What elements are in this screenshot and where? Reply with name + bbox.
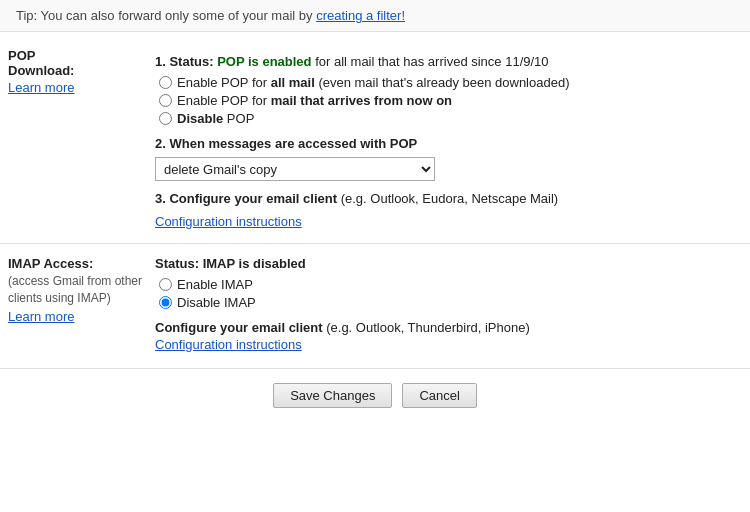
pop-learn-more-link[interactable]: Learn more: [8, 80, 74, 95]
creating-filter-link[interactable]: creating a filter!: [316, 8, 405, 23]
pop-dropdown-row: keep Gmail's copy in the Inbox archive G…: [155, 157, 734, 181]
pop-step2-label: 2. When messages are accessed with POP: [155, 136, 734, 151]
pop-action-select[interactable]: keep Gmail's copy in the Inbox archive G…: [155, 157, 435, 181]
imap-learn-more-link[interactable]: Learn more: [8, 309, 74, 324]
pop-radio-row-3: Disable POP: [159, 111, 734, 126]
tip-bar: Tip: You can also forward only some of y…: [0, 0, 750, 32]
pop-step1-strong: 1. Status: POP is enabled: [155, 54, 312, 69]
pop-radio-row-2: Enable POP for mail that arrives from no…: [159, 93, 734, 108]
pop-radio-row-1: Enable POP for all mail (even mail that'…: [159, 75, 734, 90]
imap-disable-label: Disable IMAP: [177, 295, 256, 310]
pop-step3-label: 3. Configure your email client (e.g. Out…: [155, 191, 734, 206]
imap-status-label: Status: IMAP is disabled: [155, 256, 734, 271]
cancel-button[interactable]: Cancel: [402, 383, 476, 408]
pop-radio-disable[interactable]: [159, 112, 172, 125]
pop-radio-all-mail[interactable]: [159, 76, 172, 89]
pop-step1: 1. Status: POP is enabled for all mail t…: [155, 54, 734, 126]
pop-title: POP Download:: [8, 48, 145, 78]
footer-bar: Save Changes Cancel: [0, 368, 750, 418]
imap-title: IMAP Access:: [8, 256, 145, 271]
imap-enable-row: Enable IMAP: [159, 277, 734, 292]
pop-radio-group: Enable POP for all mail (even mail that'…: [159, 75, 734, 126]
pop-step2: 2. When messages are accessed with POP k…: [155, 136, 734, 181]
pop-step1-label: 1. Status: POP is enabled for all mail t…: [155, 54, 734, 69]
imap-desc: (access Gmail from other clients using I…: [8, 273, 145, 307]
imap-radio-enable[interactable]: [159, 278, 172, 291]
pop-config-link[interactable]: Configuration instructions: [155, 214, 302, 229]
imap-outer: IMAP Access: (access Gmail from other cl…: [0, 243, 750, 352]
imap-radio-group: Enable IMAP Disable IMAP: [159, 277, 734, 310]
save-changes-button[interactable]: Save Changes: [273, 383, 392, 408]
pop-radio-from-now[interactable]: [159, 94, 172, 107]
imap-disable-row: Disable IMAP: [159, 295, 734, 310]
main-content: POP Download: Learn more 1. Status: POP …: [0, 32, 750, 229]
imap-right-col: Status: IMAP is disabled Enable IMAP Dis…: [155, 256, 750, 352]
pop-status-enabled: POP is enabled: [217, 54, 311, 69]
pop-step1-rest: for all mail that has arrived since 11/9…: [312, 54, 549, 69]
imap-left-col: IMAP Access: (access Gmail from other cl…: [0, 256, 155, 352]
imap-enable-label: Enable IMAP: [177, 277, 253, 292]
pop-left-col: POP Download: Learn more: [0, 44, 155, 229]
tip-text: Tip: You can also forward only some of y…: [16, 8, 316, 23]
pop-step3: 3. Configure your email client (e.g. Out…: [155, 191, 734, 229]
imap-radio-disable[interactable]: [159, 296, 172, 309]
page-wrapper: Tip: You can also forward only some of y…: [0, 0, 750, 512]
imap-config-link[interactable]: Configuration instructions: [155, 337, 302, 352]
imap-config-section: Configure your email client (e.g. Outloo…: [155, 320, 734, 352]
pop-right-col: 1. Status: POP is enabled for all mail t…: [155, 44, 750, 229]
